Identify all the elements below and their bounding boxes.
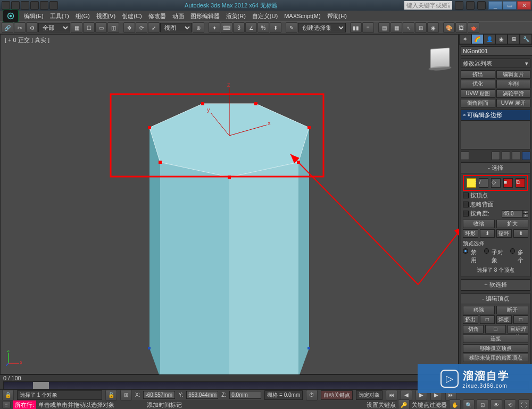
auto-key-button[interactable]: 自动关键点 <box>321 390 353 400</box>
weld-settings-icon[interactable]: □ <box>513 315 529 324</box>
redo-icon[interactable] <box>49 1 58 10</box>
link-icon[interactable]: 🔗 <box>2 22 13 33</box>
selection-lock-icon[interactable]: ⊞ <box>120 390 132 400</box>
remove-mod-icon[interactable] <box>512 152 520 160</box>
spinner-up-icon[interactable]: ▴ <box>523 210 528 214</box>
modifier-list-dropdown[interactable]: 修改器列表 <box>461 59 530 68</box>
mod-btn-bevelprofile[interactable]: 倒角剖面 <box>461 99 495 107</box>
time-slider-thumb[interactable] <box>33 382 49 389</box>
object-name-input[interactable] <box>461 46 532 56</box>
remove-unused-button[interactable]: 移除未使用的贴图顶点 <box>463 354 528 362</box>
nav-maximize-icon[interactable]: ⛶ <box>518 399 530 409</box>
extrude-button[interactable]: 挤出 <box>463 315 478 324</box>
unique-icon[interactable] <box>502 152 510 160</box>
connect-button[interactable]: 连接 <box>463 335 528 343</box>
undo-icon[interactable] <box>40 1 48 10</box>
set-key-button[interactable]: 设置关键点 <box>367 401 396 409</box>
subobj-border-icon[interactable]: ◇ <box>491 178 501 188</box>
pivot-icon[interactable]: ⊕ <box>193 22 204 33</box>
move-icon[interactable]: ✥ <box>123 22 135 33</box>
selection-filter-dropdown[interactable]: 全部 <box>38 23 70 32</box>
menu-graph-editors[interactable]: 图形编辑器 <box>188 11 222 21</box>
grow-button[interactable]: 扩大 <box>496 220 528 228</box>
select-rect-icon[interactable]: ▭ <box>95 22 107 33</box>
selected-set-dropdown[interactable]: 选定对象 <box>356 390 383 400</box>
angle-snap-icon[interactable]: ∠ <box>245 22 257 33</box>
schematic-icon[interactable]: ⊞ <box>415 22 427 33</box>
app-menu-icon[interactable] <box>2 1 10 10</box>
mod-btn-editpatch[interactable]: 编辑面片 <box>496 70 531 79</box>
loop-spinner-icon[interactable]: ⬍ <box>513 229 529 238</box>
nav-zoom-icon[interactable]: 🔍 <box>463 399 475 409</box>
add-time-tag-button[interactable]: 添加时间标记 <box>147 401 182 409</box>
modifier-stack-item[interactable]: ▫ 可编辑多边形 <box>461 110 530 121</box>
open-icon[interactable] <box>21 1 29 10</box>
named-selection-dropdown[interactable]: 创建选择集 <box>298 23 346 32</box>
subobj-edge-icon[interactable]: / <box>479 178 488 188</box>
time-config-icon[interactable]: ⏱ <box>306 390 318 400</box>
pin-stack-icon[interactable] <box>461 152 469 160</box>
mod-btn-turbosmooth[interactable]: 涡轮平滑 <box>496 89 531 98</box>
mirror-icon[interactable]: ▮▮ <box>350 22 362 33</box>
select-icon[interactable]: ▦ <box>71 22 82 33</box>
script-icon[interactable]: ≡ <box>2 401 11 408</box>
preview-subobj-radio[interactable] <box>484 248 489 254</box>
menu-rendering[interactable]: 渲染(R) <box>223 11 248 21</box>
mod-btn-extrude[interactable]: 挤出 <box>461 70 495 79</box>
remove-iso-button[interactable]: 移除孤立顶点 <box>463 344 528 353</box>
shrink-button[interactable]: 收缩 <box>463 220 495 228</box>
hierarchy-tab-icon[interactable]: 👤 <box>484 34 496 44</box>
menu-modifiers[interactable]: 修改器 <box>146 11 169 21</box>
menu-help[interactable]: 帮助(H) <box>325 11 350 21</box>
percent-snap-icon[interactable]: % <box>257 22 269 33</box>
info-icon[interactable] <box>477 1 486 10</box>
app-logo-icon[interactable]: ⦿ <box>3 10 19 22</box>
scale-icon[interactable]: ⤢ <box>148 22 160 33</box>
render-frame-icon[interactable]: 🖼 <box>455 22 467 33</box>
x-coord-field[interactable]: -60.557mm <box>143 391 175 399</box>
viewport[interactable]: [ + 0 正交 ] 真实 ] <box>0 34 459 374</box>
layers-icon[interactable]: ▤ <box>378 22 390 33</box>
hexagon-prism-object[interactable]: z x y <box>1 35 459 375</box>
menu-edit[interactable]: 编辑(E) <box>21 11 46 21</box>
modifier-stack[interactable]: ▫ 可编辑多边形 <box>461 110 530 149</box>
menu-group[interactable]: 组(G) <box>73 11 93 21</box>
mod-btn-optimize[interactable]: 优化 <box>461 80 495 88</box>
create-tab-icon[interactable]: ✶ <box>459 34 471 44</box>
by-vertex-checkbox[interactable] <box>463 193 469 198</box>
new-icon[interactable] <box>11 1 20 10</box>
break-button[interactable]: 断开 <box>496 306 528 314</box>
snap-toggle-icon[interactable]: 3 <box>233 22 245 33</box>
utilities-tab-icon[interactable]: 🔧 <box>520 34 532 44</box>
chamfer-button[interactable]: 切角 <box>463 325 484 333</box>
menu-maxscript[interactable]: MAXScript(M) <box>281 12 323 20</box>
motion-tab-icon[interactable]: ◉ <box>495 34 508 44</box>
bind-icon[interactable]: ⚙ <box>26 22 38 33</box>
minimize-button[interactable]: _ <box>488 1 502 10</box>
save-icon[interactable] <box>30 1 39 10</box>
extrude-settings-icon[interactable]: □ <box>480 315 495 324</box>
graphite-icon[interactable]: ▦ <box>390 22 402 33</box>
weld-button[interactable]: 焊接 <box>496 315 512 324</box>
y-coord-field[interactable]: 653.044mm <box>186 391 218 399</box>
mod-btn-uvwmap[interactable]: UVW 贴图 <box>461 89 495 98</box>
key-filter-button[interactable]: 关键点过滤器 <box>412 401 447 409</box>
menu-animation[interactable]: 动画 <box>170 11 187 21</box>
help-search-input[interactable] <box>404 1 452 10</box>
nav-orbit-icon[interactable]: ⟲ <box>504 399 516 409</box>
render-setup-icon[interactable]: 🎨 <box>443 22 455 33</box>
play-back-icon[interactable]: ⏮ <box>386 390 397 400</box>
maximize-button[interactable]: ▭ <box>503 1 517 10</box>
edit-sel-set-icon[interactable]: ✎ <box>286 22 297 33</box>
modify-tab-icon[interactable]: 🌈 <box>471 34 484 44</box>
edit-vertex-header[interactable]: - 编辑顶点 <box>461 294 530 304</box>
render-icon[interactable]: 🫖 <box>468 22 479 33</box>
manipulate-icon[interactable]: ✦ <box>209 22 220 33</box>
mod-btn-uvwunwrap[interactable]: UVW 展开 <box>496 99 531 107</box>
align-icon[interactable]: ≡ <box>362 22 374 33</box>
key-mode-icon[interactable]: 🔑 <box>398 399 410 409</box>
preview-off-radio[interactable] <box>463 248 468 254</box>
subobj-vertex-icon[interactable]: ⋮⋮ <box>467 178 476 188</box>
menu-tools[interactable]: 工具(T) <box>47 11 72 21</box>
keyboard-icon[interactable]: ⌨ <box>221 22 232 33</box>
